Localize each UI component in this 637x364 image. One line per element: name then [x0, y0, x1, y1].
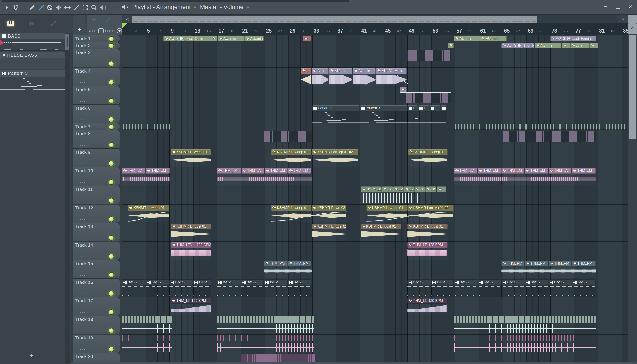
track-options-handle[interactable]: ··· [80, 291, 86, 296]
track-options-handle[interactable]: ··· [80, 161, 86, 166]
playlist-clip[interactable]: Pattern 3 [312, 105, 360, 111]
playlist-clip[interactable]: THM_..M [265, 168, 288, 174]
playlist-clip[interactable]: BASS [170, 279, 193, 285]
playlist-clip[interactable]: BASS [193, 279, 211, 285]
playlist-clip[interactable]: THM_..M [146, 168, 170, 174]
playlist-clip[interactable] [590, 43, 598, 48]
playlist-clip[interactable]: ..k [371, 186, 382, 192]
clip-body-tint[interactable] [146, 174, 170, 185]
clip-body-tint[interactable] [241, 285, 264, 297]
playlist-clip[interactable] [303, 36, 312, 41]
playlist-clip[interactable]: KSHMR E..aust 01 [360, 224, 401, 229]
track-mute-led[interactable] [108, 346, 114, 352]
picker-item-preview[interactable] [0, 39, 64, 51]
mute-tool-icon[interactable] [55, 4, 62, 11]
playlist-clip[interactable]: BASS [408, 279, 431, 285]
track-mute-led[interactable] [108, 198, 114, 204]
automation-tab[interactable] [42, 18, 64, 30]
track-mute-led[interactable] [108, 98, 114, 104]
playlist-clip[interactable]: P.. [418, 105, 429, 111]
playlist-clip[interactable]: BASS [548, 279, 571, 285]
clip-body-tint[interactable] [430, 111, 441, 123]
clip-body-tint[interactable] [502, 174, 525, 185]
clip-body-tint[interactable] [418, 111, 430, 123]
maximize-button[interactable]: □ [614, 2, 622, 11]
track-mute-led[interactable] [108, 61, 114, 66]
clip-body-tint[interactable] [360, 192, 371, 204]
clip-body-tint[interactable] [454, 285, 478, 297]
track-mute-led[interactable] [108, 161, 114, 166]
playlist-clip[interactable]: BASS [525, 279, 548, 285]
track-mute-led[interactable] [108, 235, 114, 240]
audio-stripe-region[interactable] [407, 50, 452, 61]
clip-body-tint[interactable] [502, 266, 525, 278]
track-mute-led[interactable] [108, 291, 114, 296]
clip-body-tint[interactable] [408, 285, 432, 297]
cell-clips-region[interactable] [217, 316, 314, 323]
playlist-clip[interactable] [562, 43, 570, 48]
add-arrangement-button[interactable]: + [73, 26, 86, 33]
track-header[interactable]: Track 15··· [73, 260, 120, 278]
playlist-clip[interactable]: THM_..M [478, 168, 501, 174]
audio-stripe-region[interactable] [264, 131, 312, 142]
clip-body-tint[interactable] [404, 192, 415, 204]
scroll-up-button[interactable]: ^ [628, 24, 636, 34]
play-position-marker[interactable] [122, 24, 127, 29]
clip-body-tint[interactable] [525, 285, 549, 297]
track-mute-led[interactable] [108, 124, 114, 130]
track-header[interactable]: Track 2 [73, 42, 120, 49]
playlist-clip[interactable]: THM_LT..129 BPM [408, 298, 448, 304]
track-header[interactable]: Track 5··· [73, 86, 120, 104]
picker-add-button[interactable]: + [27, 352, 36, 359]
select-tool-icon[interactable] [82, 4, 89, 11]
scrollbar-corner-button[interactable] [628, 15, 636, 24]
playlist-clip[interactable]: AU..min [218, 36, 244, 41]
playlist-clip[interactable]: BASS [288, 279, 312, 285]
playlist-clip[interactable]: THM..PM [572, 261, 596, 266]
playlist-clip[interactable]: THM_LTN..- 128 BPM [171, 242, 211, 248]
minimize-button[interactable]: − [602, 2, 610, 11]
clip-body-tint[interactable] [371, 192, 382, 204]
track-header[interactable]: Track 14··· [73, 242, 120, 260]
delete-mode-icon[interactable] [46, 4, 54, 11]
playlist-clip[interactable]: THM..PM [548, 261, 571, 266]
playlist-clip[interactable]: BASS [572, 279, 596, 285]
clip-body-tint[interactable] [408, 111, 418, 123]
vertical-scrollbar-thumb[interactable] [628, 36, 636, 139]
clip-body-tint[interactable] [312, 111, 360, 123]
playlist-clip[interactable]: AU_..in [353, 68, 376, 74]
arrangement-tab[interactable]: + [73, 15, 87, 36]
clip-body-tint[interactable] [122, 174, 146, 185]
hat-pattern-region[interactable] [454, 124, 627, 130]
playlist-clip[interactable]: AU..min [244, 36, 264, 41]
playlist-clip[interactable]: KSHMR L..weep 01 [171, 149, 211, 155]
cell-clips-region[interactable] [122, 316, 172, 323]
playlist-clip[interactable]: ..k [393, 186, 404, 192]
playlist-clip[interactable] [400, 87, 406, 92]
cell-clips-region[interactable] [122, 336, 172, 341]
playlist-clip[interactable]: THM..PM [288, 261, 312, 266]
playlist-clip[interactable]: BASS [241, 279, 264, 285]
audio-tab[interactable] [21, 18, 42, 30]
track-mute-led[interactable] [108, 272, 114, 278]
track-options-handle[interactable]: ··· [80, 272, 86, 278]
playlist-clip[interactable]: ..k [414, 186, 425, 192]
playlist-clip[interactable]: BASS [217, 279, 240, 285]
picker-item-header[interactable]: BASS [0, 33, 64, 39]
track-mute-led[interactable] [108, 43, 114, 49]
picker-item-header[interactable]: REESE BASS [0, 52, 64, 58]
playlist-clip[interactable]: THM_..M [525, 168, 548, 174]
playlist-clip[interactable]: THM_LT..129 BPM [171, 298, 211, 304]
clip-body-tint[interactable] [572, 285, 596, 297]
playlist-clip[interactable]: BASS [146, 279, 169, 285]
track-options-handle[interactable]: ··· [80, 98, 86, 104]
hat-pattern-region[interactable] [122, 124, 172, 130]
track-options-handle[interactable]: ··· [80, 180, 86, 185]
playlist-clip[interactable] [448, 43, 454, 48]
playlist-clip[interactable]: THM..PM [502, 261, 524, 266]
playlist-clip[interactable]: KSHMR L..weep 01 [271, 149, 311, 155]
dense-waveform-region[interactable] [241, 354, 315, 363]
playlist-clip[interactable]: ..k [425, 186, 436, 192]
clip-body-tint[interactable] [264, 285, 288, 297]
track-options-handle[interactable]: ··· [80, 310, 86, 315]
